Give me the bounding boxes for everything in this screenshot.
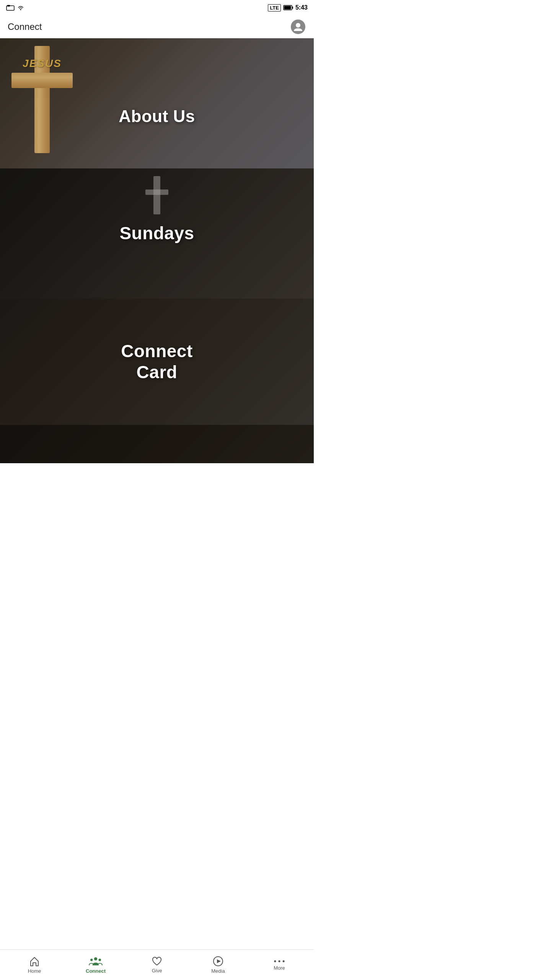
sim-card-icon bbox=[6, 5, 15, 11]
connect-label-line1: Connect bbox=[121, 341, 193, 361]
app-header: Connect bbox=[0, 15, 314, 38]
about-us-card[interactable]: JESUS About Us bbox=[0, 38, 314, 168]
svg-point-6 bbox=[296, 23, 300, 28]
sundays-label: Sundays bbox=[16, 223, 298, 244]
status-bar-right: LTE 5:43 bbox=[268, 4, 308, 11]
person-icon bbox=[293, 22, 303, 32]
cross-shape: JESUS bbox=[11, 46, 73, 153]
svg-point-2 bbox=[20, 9, 21, 10]
page-title: Connect bbox=[8, 21, 42, 32]
battery-icon bbox=[283, 5, 293, 10]
network-type: LTE bbox=[268, 4, 281, 11]
connect-label-line2: Card bbox=[137, 362, 178, 382]
svg-rect-5 bbox=[284, 6, 291, 10]
church-cross-horizontal bbox=[145, 189, 168, 195]
wifi-icon bbox=[18, 5, 24, 11]
cross-horizontal bbox=[11, 73, 73, 88]
connect-card-label: Connect Card bbox=[16, 341, 298, 383]
svg-rect-1 bbox=[7, 5, 10, 7]
status-bar-left bbox=[6, 5, 24, 11]
profile-avatar bbox=[291, 20, 305, 34]
profile-button[interactable] bbox=[290, 19, 306, 35]
status-bar: LTE 5:43 bbox=[0, 0, 314, 15]
bottom-card-overlay bbox=[0, 425, 314, 463]
time-display: 5:43 bbox=[295, 4, 308, 11]
content-area: JESUS About Us Sundays Connect Card bbox=[0, 38, 314, 494]
connect-card-section[interactable]: Connect Card bbox=[0, 299, 314, 425]
sundays-card[interactable]: Sundays bbox=[0, 168, 314, 299]
cross-container: JESUS bbox=[11, 46, 73, 153]
church-cross-vertical bbox=[153, 176, 160, 214]
church-cross bbox=[145, 176, 168, 195]
jesus-text: JESUS bbox=[11, 57, 73, 70]
about-us-label: About Us bbox=[16, 106, 298, 127]
bottom-partial-card[interactable] bbox=[0, 425, 314, 463]
svg-rect-4 bbox=[292, 7, 293, 9]
